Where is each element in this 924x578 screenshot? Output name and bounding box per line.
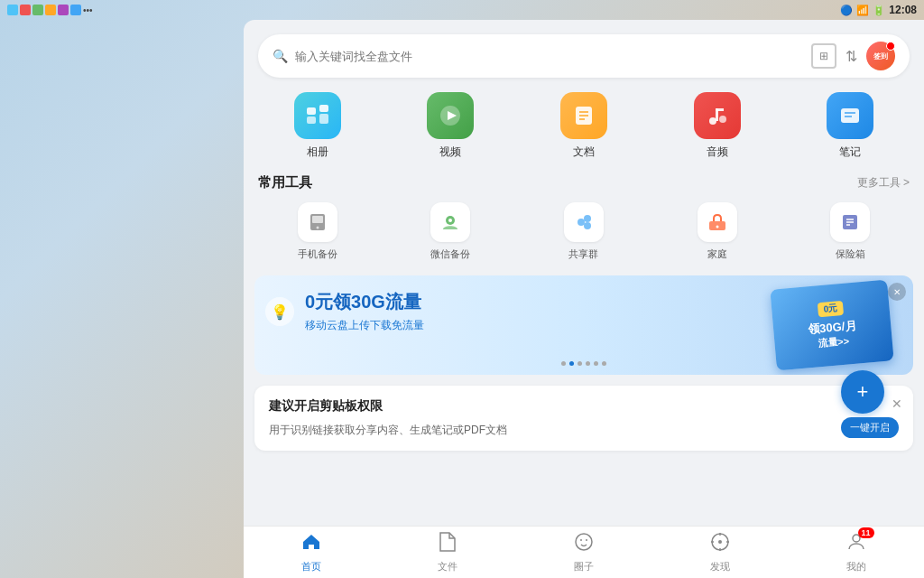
one-tap-open-button[interactable]: 一键开启	[841, 417, 899, 438]
nav-item-circle[interactable]: 圈子	[516, 527, 652, 578]
main-panel: 🔍 ⊞ ⇅ 签到 相册 视频 文档 音频	[244, 20, 924, 578]
category-video[interactable]: 视频	[427, 92, 474, 160]
notification-desc: 用于识别链接获取分享内容、生成笔记或PDF文档	[269, 422, 899, 438]
nav-badge-mine: 11	[858, 527, 874, 538]
dot-4	[586, 361, 590, 366]
category-music[interactable]: 音频	[694, 92, 741, 160]
tool-icon-share-group	[564, 202, 604, 242]
left-sidebar	[0, 20, 244, 578]
svg-point-23	[584, 215, 591, 222]
category-row: 相册 视频 文档 音频 笔记	[244, 78, 924, 167]
svg-rect-2	[307, 117, 316, 124]
nav-label-circle: 圈子	[574, 560, 594, 573]
nav-item-discover[interactable]: 发现	[651, 527, 788, 578]
app-icon-6	[70, 5, 81, 15]
tool-phone-backup[interactable]: 手机备份	[298, 202, 337, 261]
user-avatar-button[interactable]: 签到	[866, 42, 895, 70]
dot-5	[594, 361, 598, 366]
wifi-icon: 📶	[856, 5, 869, 16]
nav-label-home: 首页	[301, 560, 321, 573]
category-label-notes: 笔记	[839, 144, 861, 160]
nav-icon-circle	[573, 535, 595, 557]
nav-item-home[interactable]: 首页	[244, 527, 380, 578]
nav-icon-wrapper-home	[300, 531, 322, 558]
category-label-music: 音频	[707, 144, 728, 160]
nav-item-mine[interactable]: 11 我的	[788, 527, 924, 578]
nav-label-discover: 发现	[710, 560, 730, 573]
banner-title: 0元领30G流量	[305, 290, 899, 314]
category-icon-video	[427, 92, 474, 139]
svg-point-26	[716, 226, 718, 228]
nav-icon-files	[437, 535, 458, 557]
svg-rect-18	[312, 216, 323, 223]
category-notes[interactable]: 笔记	[827, 92, 873, 160]
tool-safe-box[interactable]: 保险箱	[830, 202, 870, 261]
svg-point-22	[578, 219, 585, 226]
scan-button[interactable]: ⊞	[811, 43, 836, 69]
status-bar: ••• 🔵 📶 🔋 12:08	[0, 0, 924, 20]
category-icon-notes	[827, 92, 873, 139]
category-label-album: 相册	[307, 144, 328, 160]
dot-6	[602, 361, 606, 366]
svg-point-24	[584, 222, 591, 229]
svg-rect-13	[716, 108, 724, 111]
nav-icon-discover	[709, 535, 731, 557]
notification-action-area: + 一键开启	[841, 370, 899, 438]
svg-point-19	[316, 227, 319, 229]
scan-icon: ⊞	[819, 50, 828, 62]
svg-point-28	[576, 534, 592, 550]
app-icon-2	[20, 5, 31, 15]
nav-item-files[interactable]: 文件	[380, 527, 516, 578]
dot-2	[569, 361, 574, 366]
bluetooth-icon: 🔵	[840, 5, 853, 16]
app-icon-3	[32, 5, 43, 15]
svg-point-32	[718, 540, 722, 544]
search-icon: 🔍	[273, 49, 288, 63]
dot-3	[578, 361, 582, 366]
promo-banner[interactable]: 💡 0元领30G流量 移动云盘上传下载免流量 ✕ 0元 领30G/月 流量>>	[254, 275, 913, 375]
tool-share-group[interactable]: 共享群	[564, 202, 604, 261]
category-album[interactable]: 相册	[294, 92, 341, 160]
tool-icon-phone-backup	[298, 202, 337, 242]
notification-title: 建议开启剪贴板权限	[269, 398, 899, 415]
tool-family[interactable]: 家庭	[698, 202, 737, 261]
nav-label-files: 文件	[438, 560, 457, 573]
tools-section-header: 常用工具 更多工具 >	[244, 167, 924, 195]
sort-icon[interactable]: ⇅	[845, 48, 857, 65]
more-dots: •••	[83, 5, 93, 15]
svg-rect-1	[319, 105, 328, 112]
tool-wechat-backup[interactable]: 微信备份	[430, 202, 470, 261]
battery-icon: 🔋	[873, 5, 885, 16]
tool-icon-wechat-backup	[430, 202, 470, 242]
category-label-video: 视频	[439, 144, 461, 160]
svg-point-30	[586, 539, 587, 541]
more-tools-link[interactable]: 更多工具 >	[857, 175, 910, 191]
svg-point-29	[580, 539, 582, 541]
banner-subtitle: 移动云盘上传下载免流量	[305, 318, 899, 333]
banner-left-icon: 💡	[271, 303, 289, 321]
notification-card: ✕ 建议开启剪贴板权限 用于识别链接获取分享内容、生成笔记或PDF文档 + 一键…	[254, 386, 913, 451]
app-icon-4	[45, 5, 56, 15]
svg-rect-0	[307, 107, 316, 115]
svg-point-21	[448, 219, 452, 222]
banner-close-button[interactable]: ✕	[888, 283, 906, 301]
time-display: 12:08	[889, 4, 917, 16]
avatar-text: 签到	[873, 51, 888, 61]
nav-icon-wrapper-discover	[709, 531, 731, 558]
svg-point-11	[719, 116, 726, 123]
svg-rect-14	[841, 108, 859, 123]
tool-label-phone-backup: 手机备份	[298, 247, 337, 261]
category-icon-music	[694, 92, 741, 139]
search-input[interactable]	[295, 50, 804, 63]
tool-icon-safe-box	[830, 202, 870, 242]
banner-content: 💡 0元领30G流量 移动云盘上传下载免流量	[254, 275, 913, 348]
search-actions: ⊞ ⇅ 签到	[811, 42, 895, 70]
category-doc[interactable]: 文档	[560, 92, 607, 160]
app-icon-1	[7, 5, 18, 15]
nav-icon-home	[300, 535, 322, 557]
fab-plus-button[interactable]: +	[841, 370, 884, 414]
nav-icon-wrapper-circle	[573, 531, 595, 558]
tool-label-family: 家庭	[707, 247, 727, 261]
nav-label-mine: 我的	[846, 560, 866, 573]
tool-label-wechat-backup: 微信备份	[430, 247, 470, 261]
